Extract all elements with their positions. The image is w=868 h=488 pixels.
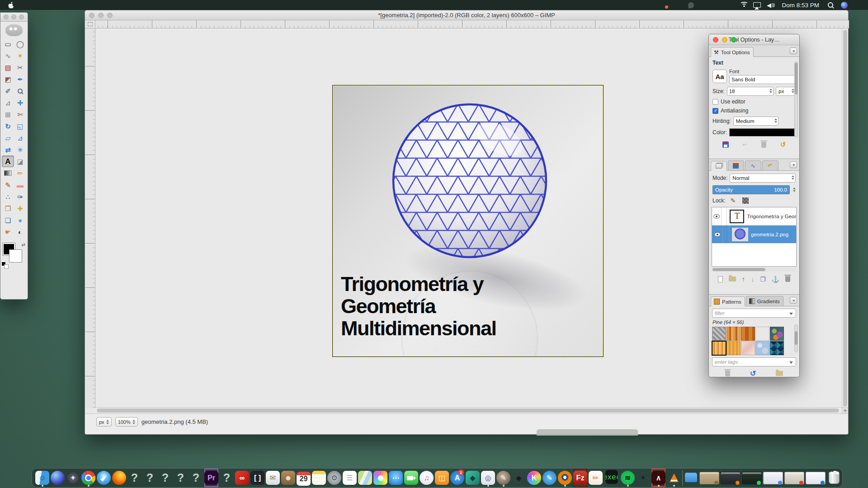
reset-options-button[interactable]: ↺	[780, 141, 786, 149]
tool-button[interactable]: ∴	[2, 191, 14, 202]
wifi-icon[interactable]	[740, 2, 748, 8]
tool-button[interactable]: ❐	[2, 202, 14, 214]
dock-icon[interactable]: ◆	[512, 469, 526, 487]
dock-icon[interactable]: exec	[604, 469, 619, 487]
delete-layer-button[interactable]	[785, 276, 790, 282]
save-options-button[interactable]	[722, 141, 729, 148]
tool-button[interactable]: ✛	[14, 97, 26, 108]
dock-icon[interactable]	[373, 469, 387, 487]
dock-icon[interactable]: ?	[127, 469, 142, 487]
tool-button[interactable]: ❏	[2, 214, 14, 226]
tool-button[interactable]: ⊿	[14, 132, 26, 144]
toolbox-traffic-lights[interactable]	[4, 14, 24, 19]
pattern-swatch[interactable]	[741, 341, 755, 355]
horizontal-scrollbar[interactable]	[95, 407, 843, 413]
tool-button[interactable]	[2, 167, 14, 179]
collapse-button[interactable]: ◂	[790, 47, 797, 54]
text-color-swatch[interactable]	[729, 128, 796, 136]
layer-name[interactable]: Trigonometría y Geomet	[747, 214, 796, 219]
tab-patterns[interactable]: Patterns	[711, 296, 745, 306]
dock-icon[interactable]: ?	[220, 469, 234, 487]
pattern-swatch[interactable]	[755, 327, 769, 341]
tool-button[interactable]: ▬	[14, 179, 26, 191]
dock-icon[interactable]: Pr	[204, 469, 218, 487]
zoom-spinner[interactable]	[132, 420, 135, 424]
dock-icon[interactable]: K	[527, 469, 541, 487]
font-picker-button[interactable]: Aa	[712, 70, 727, 83]
dock-icon[interactable]	[682, 469, 683, 487]
dock-icon[interactable]	[358, 469, 372, 487]
background-color-swatch[interactable]	[9, 250, 22, 262]
dock-icon[interactable]: ✏	[589, 469, 603, 487]
unit-selector[interactable]: px	[96, 417, 112, 427]
dock-icon[interactable]: ✎	[496, 469, 510, 487]
pattern-swatch[interactable]	[712, 341, 726, 355]
dock-icon[interactable]: ☺	[35, 469, 49, 487]
new-layer-group-button[interactable]	[729, 277, 736, 282]
tool-button[interactable]: ✐	[2, 85, 14, 97]
dock-icon[interactable]: 29	[297, 469, 311, 487]
default-colors-icon[interactable]	[2, 262, 7, 267]
dock-icon[interactable]: ?	[158, 469, 172, 487]
tool-button[interactable]: ●	[14, 214, 26, 226]
dock-icon[interactable]	[827, 469, 841, 487]
dock-icon[interactable]: ≋	[621, 469, 635, 487]
dock-icon[interactable]	[112, 469, 126, 487]
tool-button[interactable]: ⇄	[2, 144, 14, 155]
lock-pixels-icon[interactable]: ✎	[731, 197, 736, 204]
pattern-swatch[interactable]	[755, 341, 769, 355]
size-input[interactable]: 18	[727, 87, 774, 96]
new-layer-button[interactable]	[718, 276, 723, 282]
swap-colors-icon[interactable]: ⇄	[22, 242, 25, 247]
tab-channels[interactable]	[728, 160, 744, 170]
pattern-filter-input[interactable]: filter	[712, 309, 796, 318]
tool-button[interactable]: A	[2, 155, 14, 167]
unit-spinner[interactable]	[106, 420, 109, 424]
tool-button[interactable]: ✎	[2, 179, 14, 191]
dock-icon[interactable]	[312, 469, 326, 487]
open-pattern-folder-button[interactable]	[776, 371, 783, 376]
tool-button[interactable]: ☛	[2, 226, 14, 238]
pattern-tags-input[interactable]: enter tags	[712, 357, 796, 366]
tab-tool-options[interactable]: ⚒ Tool Options	[711, 47, 754, 57]
restore-options-button[interactable]: ↩	[743, 141, 747, 148]
anchor-layer-button[interactable]: ⚓	[771, 276, 779, 283]
tool-button[interactable]: ◱	[14, 120, 26, 132]
collapse-button[interactable]: ◂	[790, 297, 797, 304]
dock-icon[interactable]	[684, 469, 698, 487]
pattern-swatch[interactable]	[726, 341, 741, 355]
status-icon[interactable]	[713, 1, 723, 9]
dock-icon[interactable]	[763, 469, 783, 487]
canvas[interactable]: Trigonometría y Geometría Multidimension…	[333, 85, 603, 357]
layer-name[interactable]: geometria.2.png	[751, 232, 788, 237]
size-unit-combo[interactable]: px	[776, 87, 796, 96]
pattern-swatch[interactable]	[712, 327, 726, 341]
image-window-titlebar[interactable]: *[geometria.2] (imported)-2.0 (RGB color…	[85, 10, 848, 20]
collapse-button[interactable]: ◂	[790, 161, 797, 168]
tab-layers[interactable]	[711, 161, 727, 171]
dock-icon[interactable]: ✎	[542, 469, 557, 487]
mode-spinner[interactable]	[792, 175, 794, 180]
dock-icon[interactable]: ◫	[435, 469, 449, 487]
dock-icon[interactable]: ?	[174, 469, 188, 487]
dock-icon[interactable]: ☰	[343, 469, 357, 487]
dock-icon[interactable]: ⚙	[327, 469, 341, 487]
ruler-corner[interactable]	[85, 20, 95, 28]
pattern-swatch[interactable]	[726, 327, 741, 341]
status-icon[interactable]	[672, 1, 682, 9]
zoom-selector[interactable]: 100%	[115, 417, 138, 427]
notification-center-icon[interactable]	[853, 1, 863, 9]
siri-icon[interactable]	[839, 1, 849, 9]
tool-button[interactable]: ✑	[14, 191, 26, 202]
dock-icon[interactable]: ?	[189, 469, 203, 487]
dock-icon[interactable]: ☻	[281, 469, 295, 487]
use-editor-checkbox[interactable]	[712, 99, 718, 105]
opacity-spinner[interactable]	[793, 188, 796, 192]
tab-paths[interactable]: ∿	[745, 160, 761, 170]
dock-icon[interactable]	[97, 469, 111, 487]
menu-clock[interactable]: Dom 8:53 PM	[779, 2, 822, 9]
tool-button[interactable]: ▭	[2, 38, 14, 50]
dock-icon[interactable]	[784, 469, 804, 487]
tool-button[interactable]	[14, 85, 26, 97]
dock-icon[interactable]: A 1	[450, 469, 464, 487]
